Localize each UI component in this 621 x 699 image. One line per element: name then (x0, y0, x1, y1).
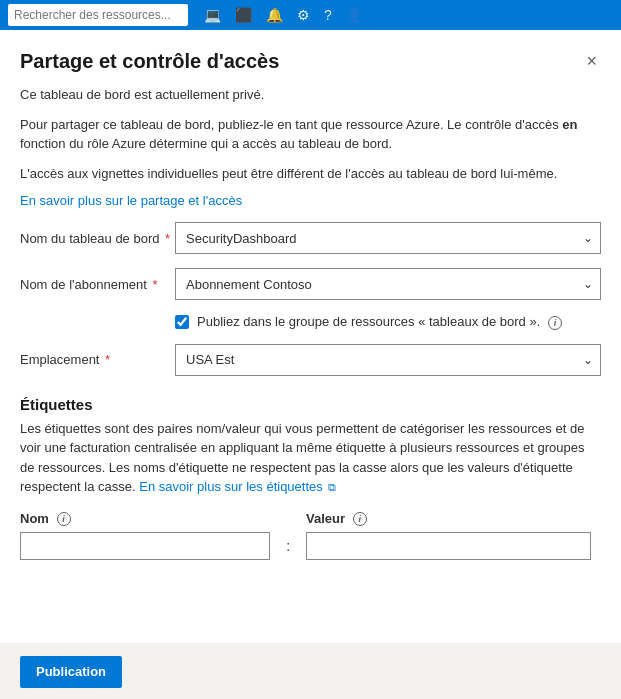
label-emplacement: Emplacement * (20, 352, 175, 367)
label-abonnement: Nom de l'abonnement * (20, 277, 175, 292)
checkbox-row: Publiez dans le groupe de ressources « t… (20, 314, 601, 330)
modal-title: Partage et contrôle d'accès (20, 50, 279, 73)
etiquettes-link[interactable]: En savoir plus sur les étiquettes ⧉ (139, 479, 336, 494)
select-emplacement: USA Est ⌄ (175, 344, 601, 376)
tag-separator: : (280, 538, 296, 554)
tag-name-input[interactable] (20, 532, 270, 560)
tag-name-cell (20, 532, 280, 560)
info-text-3: L'accès aux vignettes individuelles peut… (20, 164, 601, 184)
modal-header: Partage et contrôle d'accès × (0, 30, 621, 85)
select-tableau: SecurityDashboard ⌄ (175, 222, 601, 254)
bell-icon[interactable]: 🔔 (266, 7, 283, 23)
select-wrapper-abonnement: Abonnement Contoso ⌄ (175, 268, 601, 300)
required-star-abonnement: * (152, 277, 157, 292)
etiquettes-desc: Les étiquettes sont des paires nom/valeu… (20, 419, 601, 497)
info-icon-checkbox[interactable]: i (548, 316, 562, 330)
etiquettes-heading: Étiquettes (20, 396, 601, 413)
abonnement-select[interactable]: Abonnement Contoso (175, 268, 601, 300)
tag-separator-cell: : (280, 532, 306, 560)
top-navbar: 💻 ⬛ 🔔 ⚙ ? 👤 (0, 0, 621, 30)
tags-table: Nom i Valeur i : (20, 511, 601, 561)
tag-value-cell (306, 532, 601, 560)
checkbox-label: Publiez dans le groupe de ressources « t… (197, 314, 562, 330)
modal-dialog: Partage et contrôle d'accès × Ce tableau… (0, 30, 621, 699)
select-abonnement: Abonnement Contoso ⌄ (175, 268, 601, 300)
select-wrapper-emplacement: USA Est ⌄ (175, 344, 601, 376)
publish-checkbox[interactable] (175, 315, 189, 329)
select-wrapper-tableau: SecurityDashboard ⌄ (175, 222, 601, 254)
help-icon[interactable]: ? (324, 7, 332, 23)
form-group-abonnement: Nom de l'abonnement * Abonnement Contoso… (20, 268, 601, 300)
emplacement-select[interactable]: USA Est (175, 344, 601, 376)
col-header-nom: Nom i (20, 511, 280, 533)
person-icon[interactable]: 👤 (346, 7, 363, 23)
form-group-emplacement: Emplacement * USA Est ⌄ (20, 344, 601, 376)
modal-body: Ce tableau de bord est actuellement priv… (0, 85, 621, 634)
vm-icon[interactable]: ⬛ (235, 7, 252, 23)
required-star-tableau: * (165, 231, 170, 246)
close-button[interactable]: × (582, 50, 601, 72)
gear-icon[interactable]: ⚙ (297, 7, 310, 23)
tags-table-header: Nom i Valeur i (20, 511, 601, 533)
info-text-1: Ce tableau de bord est actuellement priv… (20, 85, 601, 105)
publish-button[interactable]: Publication (20, 656, 122, 688)
terminal-icon[interactable]: 💻 (204, 7, 221, 23)
external-link-icon: ⧉ (328, 481, 336, 493)
sharing-access-link[interactable]: En savoir plus sur le partage et l'accès (20, 193, 242, 208)
table-row: : (20, 532, 601, 560)
info-text-2: Pour partager ce tableau de bord, publie… (20, 115, 601, 154)
form-group-tableau: Nom du tableau de bord * SecurityDashboa… (20, 222, 601, 254)
global-search-input[interactable] (8, 4, 188, 26)
label-tableau: Nom du tableau de bord * (20, 231, 175, 246)
info-icon-valeur[interactable]: i (353, 512, 367, 526)
info-icon-nom[interactable]: i (57, 512, 71, 526)
col-header-valeur: Valeur i (306, 511, 601, 533)
nav-icons: 💻 ⬛ 🔔 ⚙ ? 👤 (204, 7, 363, 23)
tag-value-input[interactable] (306, 532, 591, 560)
tableau-select[interactable]: SecurityDashboard (175, 222, 601, 254)
modal-footer: Publication (0, 643, 621, 699)
col-header-sep (280, 511, 306, 533)
required-star-emplacement: * (105, 352, 110, 367)
